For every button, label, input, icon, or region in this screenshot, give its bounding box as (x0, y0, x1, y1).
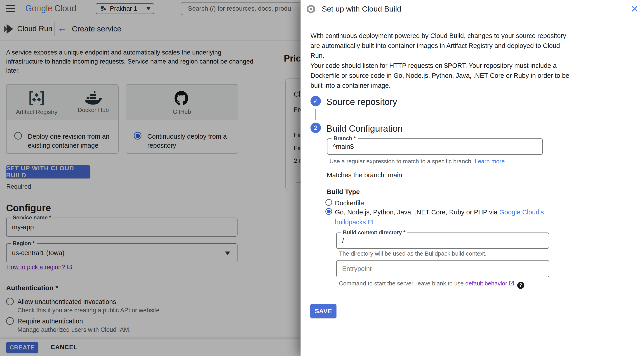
divider (54, 22, 55, 36)
card-registry-logos: Artifact Registry Docker Hub (6, 85, 118, 120)
docker-hub-label: Docker Hub (78, 107, 109, 114)
external-link-icon (67, 264, 72, 270)
panel-title: Set up with Cloud Build (322, 5, 401, 13)
cloud-console-background: GoogleCloud Prakhar 1 Cloud Run (0, 0, 322, 356)
region-help-link-row: How to pick a region? (6, 264, 72, 271)
project-hexagons-icon (100, 5, 107, 12)
radio-buildpacks[interactable] (326, 208, 332, 215)
cloud-run-icon (3, 23, 15, 35)
panel-header: Set up with Cloud Build × (300, 0, 644, 18)
build-type-heading: Build Type (327, 188, 360, 196)
step1-title[interactable]: Source repository (326, 97, 397, 107)
card-github: GitHub Continuously deploy from a reposi… (126, 84, 238, 154)
branch-field[interactable]: Branch * (327, 138, 543, 155)
entrypoint-input[interactable] (337, 260, 549, 277)
authentication-heading: Authentication * (6, 284, 58, 292)
entrypoint-helper-text: Command to start the server, leave blank… (339, 280, 465, 287)
cancel-button[interactable]: CANCEL (50, 344, 78, 351)
allow-unauthenticated-label[interactable]: Allow unauthenticated invocations (18, 298, 116, 305)
radio-continuous-deploy[interactable] (134, 132, 142, 140)
branch-helper-text: Use a regular expression to match to a s… (330, 158, 471, 165)
entrypoint-helper: Command to start the server, leave blank… (339, 280, 524, 289)
pricing-heading-fragment: Pric (284, 53, 301, 64)
product-name: Cloud Run (17, 25, 52, 33)
card-github-logo: GitHub (126, 85, 238, 120)
panel-intro-text: With continuous deployment powered by Cl… (310, 31, 570, 91)
search-box (181, 2, 316, 15)
configure-heading: Configure (6, 203, 51, 213)
radio-require-authentication[interactable] (6, 317, 14, 325)
build-context-input[interactable] (337, 233, 549, 248)
action-footer: CREATE CANCEL (0, 338, 322, 356)
require-authentication-label[interactable]: Require authentication (18, 317, 83, 325)
pricing-row-fragment: Cl (294, 90, 300, 98)
github-label: GitHub (173, 108, 191, 115)
logo-cloud-text: Cloud (54, 4, 76, 13)
card-container-image: Artifact Registry Docker Hub (6, 84, 119, 154)
service-name-input[interactable] (6, 218, 237, 236)
external-link-icon (509, 280, 514, 286)
github-icon (173, 89, 191, 107)
cloud-build-panel: Set up with Cloud Build × With continuou… (300, 0, 644, 356)
project-selector[interactable]: Prakhar 1 (96, 3, 154, 14)
help-icon[interactable]: ? (517, 282, 524, 289)
radio-deploy-revision[interactable] (14, 132, 22, 140)
build-context-field[interactable]: Build context directory * (336, 232, 549, 249)
step2-number: 2 (310, 123, 321, 133)
radio-dockerfile[interactable] (326, 199, 332, 206)
require-authentication-desc: Manage authorized users with Cloud IAM. (18, 326, 130, 333)
branch-helper: Use a regular expression to match to a s… (330, 158, 504, 165)
allow-unauthenticated-desc: Check this if you are creating a public … (18, 307, 161, 314)
entrypoint-field[interactable] (336, 260, 549, 277)
build-context-helper: The directory will be used as the Buildp… (339, 250, 486, 257)
cloud-build-icon (306, 4, 316, 14)
buildpacks-link-part2[interactable]: buildpacks (335, 218, 366, 226)
back-arrow-icon[interactable]: ← (58, 23, 67, 34)
external-link-icon (368, 219, 373, 225)
region-value: us-central1 (Iowa) (12, 244, 64, 262)
chevron-down-icon (146, 7, 150, 10)
branch-match-status: Matches the branch: main (327, 171, 402, 179)
buildpacks-link-part1[interactable]: Google Cloud's (499, 209, 544, 216)
screen: GoogleCloud Prakhar 1 Cloud Run (0, 0, 644, 356)
branch-input[interactable] (328, 139, 542, 154)
page-title: Create service (72, 25, 121, 33)
chevron-down-icon (225, 251, 230, 255)
setup-cloud-build-button[interactable]: SET UP WITH CLOUD BUILD (6, 165, 90, 178)
close-icon[interactable]: × (631, 1, 638, 16)
region-select[interactable]: Region * us-central1 (Iowa) (6, 243, 238, 262)
page-header: Cloud Run ← Create service (0, 18, 322, 41)
google-cloud-logo: GoogleCloud (25, 4, 76, 13)
project-name: Prakhar 1 (110, 5, 143, 12)
radio-buildpacks-label[interactable]: Go, Node.js, Python, Java, .NET Core, Ru… (335, 209, 544, 216)
buildpacks-link-row: buildpacks (335, 218, 373, 226)
radio-deploy-revision-label[interactable]: Deploy one revision from an existing con… (28, 132, 109, 150)
service-intro-text: A service exposes a unique endpoint and … (6, 48, 253, 75)
logo-google-text: Google (25, 4, 52, 13)
service-name-field[interactable]: Service name * (6, 218, 238, 237)
save-button[interactable]: SAVE (310, 304, 336, 318)
required-note: Required (6, 183, 31, 190)
menu-icon[interactable] (6, 5, 15, 13)
radio-allow-unauthenticated[interactable] (6, 298, 14, 305)
radio-buildpacks-text: Go, Node.js, Python, Java, .NET Core, Ru… (335, 209, 499, 216)
step-connector (316, 109, 316, 120)
artifact-registry-icon (28, 89, 46, 107)
step1-check-icon: ✓ (310, 96, 321, 106)
radio-dockerfile-label[interactable]: Dockerfile (335, 199, 364, 207)
docker-hub-icon (84, 91, 102, 105)
artifact-registry-label: Artifact Registry (16, 109, 58, 116)
top-app-bar: GoogleCloud Prakhar 1 (0, 0, 322, 18)
create-button[interactable]: CREATE (6, 342, 38, 353)
region-help-link[interactable]: How to pick a region? (6, 264, 65, 270)
learn-more-link[interactable]: Learn more (474, 158, 504, 165)
radio-continuous-deploy-label[interactable]: Continuously deploy from a repository (147, 132, 227, 150)
search-input[interactable] (181, 3, 316, 15)
default-behavior-link[interactable]: default behavior (465, 280, 507, 287)
step2-title: Build Configuration (326, 124, 403, 134)
